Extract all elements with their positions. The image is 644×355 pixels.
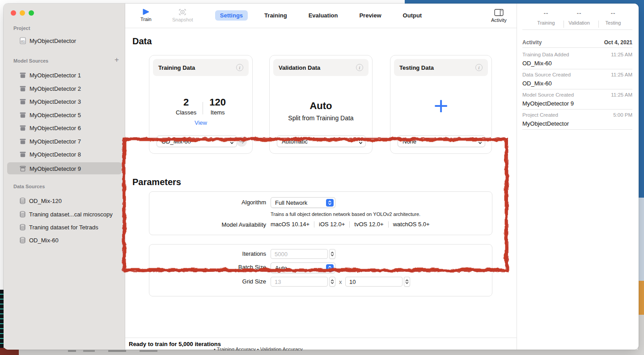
activity-toggle-button[interactable]: Activity	[491, 9, 507, 23]
view-link[interactable]: View	[149, 119, 252, 126]
sidebar-item-project[interactable]: ML MyObjectDetector	[20, 35, 76, 46]
database-icon	[20, 211, 25, 218]
activity-entry-label: Project Created	[522, 112, 558, 118]
zoom-window-button[interactable]	[29, 10, 34, 16]
grid-width-stepper[interactable]	[329, 277, 335, 287]
algorithm-select[interactable]: Full Network	[271, 197, 335, 208]
select-value: Automatic	[282, 138, 308, 145]
tab-preview[interactable]: Preview	[354, 10, 386, 21]
algorithm-label: Algorithm	[190, 199, 266, 206]
sidebar-item-label: MyObjectDetector 5	[30, 112, 81, 118]
iterations-label: Iterations	[190, 250, 266, 257]
sidebar-item-model-source[interactable]: MyObjectDetector 7	[20, 136, 81, 147]
open-data-source-button[interactable]	[237, 136, 247, 147]
model-sources-section-label: Model Sources	[13, 58, 48, 63]
sidebar-item-model-source[interactable]: MyObjectDetector 5	[20, 110, 81, 120]
activity-panel-icon	[494, 9, 504, 16]
classes-count: 2	[176, 97, 196, 108]
sidebar-item-label: MyObjectDetector 1	[30, 72, 81, 79]
sidebar: Project ML MyObjectDetector Model Source…	[4, 4, 125, 350]
view-tabs: Settings Training Evaluation Preview Out…	[125, 10, 517, 21]
divider	[522, 109, 632, 110]
ml-document-icon: ML	[20, 37, 26, 44]
sidebar-item-label: OD_Mix-60	[29, 237, 59, 244]
training-data-card: Training Data i 2 Classes 120 Items View…	[149, 55, 253, 154]
status-text: Ready to train for 5,000 iterations	[129, 341, 221, 347]
validation-data-select[interactable]: Automatic	[277, 135, 366, 147]
activity-entry-label: Training Data Added	[522, 52, 569, 57]
toolbar: Train Snapshot Settings Training Evaluat…	[125, 4, 517, 28]
tab-output[interactable]: Output	[398, 10, 427, 21]
sidebar-item-data-source[interactable]: Traning dataset for Tetrads	[20, 222, 98, 232]
sidebar-item-label: MyObjectDetector 6	[30, 125, 81, 131]
training-stats: 2 Classes 120 Items	[149, 97, 252, 116]
batch-size-label: Batch Size	[190, 264, 266, 270]
background-right-blue-strip	[638, 0, 644, 198]
close-window-button[interactable]	[11, 10, 16, 16]
activity-entry-value: OD_Mix-60	[522, 80, 552, 87]
availability-divider	[349, 221, 350, 228]
tab-evaluation[interactable]: Evaluation	[304, 10, 343, 21]
sidebar-item-data-source[interactable]: OD_Mix-60	[20, 235, 59, 245]
testing-data-select[interactable]: None	[398, 135, 485, 147]
validation-auto-block: Auto Split from Training Data	[270, 100, 372, 122]
grid-size-label: Grid Size	[190, 278, 266, 285]
tab-settings[interactable]: Settings	[215, 10, 248, 21]
grid-width-field[interactable]: 13	[271, 277, 328, 287]
select-value: Full Network	[275, 199, 307, 206]
grid-height-stepper[interactable]	[404, 277, 410, 287]
sidebar-item-data-source[interactable]: OD_Mix-120	[20, 195, 62, 206]
activity-entry-label: Model Source Created	[522, 92, 574, 97]
model-source-icon	[20, 112, 26, 118]
activity-header: Activity	[522, 39, 542, 46]
metric-label: Testing	[594, 20, 632, 25]
info-icon[interactable]: i	[475, 64, 483, 71]
model-source-icon	[20, 98, 26, 105]
parameters-section-title: Parameters	[132, 177, 181, 187]
availability-macos: macOS 10.14+	[271, 221, 309, 228]
minimize-window-button[interactable]	[20, 10, 25, 16]
add-model-source-button[interactable]: +	[114, 55, 119, 64]
tab-training[interactable]: Training	[259, 10, 292, 21]
sidebar-item-model-source[interactable]: MyObjectDetector 1	[20, 70, 81, 80]
grid-height-field[interactable]: 10	[345, 277, 402, 287]
sidebar-item-model-source[interactable]: MyObjectDetector 8	[20, 149, 81, 160]
database-icon	[20, 237, 25, 244]
sidebar-item-model-source[interactable]: MyObjectDetector 6	[20, 123, 81, 133]
sidebar-item-data-source[interactable]: Traning dataset...cal microscopy	[20, 209, 113, 220]
database-icon	[20, 224, 25, 231]
training-data-select[interactable]: OD_Mix-60	[157, 135, 237, 147]
sidebar-item-label: Traning dataset...cal microscopy	[29, 211, 113, 218]
info-icon[interactable]: i	[356, 64, 363, 71]
svg-text:ML: ML	[21, 41, 25, 43]
info-icon[interactable]: i	[236, 64, 243, 71]
activity-panel: -- Training -- Validation -- Testing Act…	[517, 4, 639, 350]
activity-entry-value: MyObjectDetector 9	[522, 100, 574, 107]
add-testing-data-button[interactable]: +	[390, 93, 491, 118]
model-source-icon	[20, 151, 26, 157]
sidebar-item-model-source[interactable]: MyObjectDetector 2	[20, 83, 81, 94]
training-data-card-header: Training Data i	[153, 59, 249, 76]
model-source-icon	[20, 138, 26, 144]
model-availability-label: Model Availability	[190, 221, 266, 228]
sidebar-item-label: MyObjectDetector 8	[30, 151, 81, 158]
activity-entry-time: 5:00 PM	[613, 112, 632, 118]
project-section-label: Project	[13, 25, 30, 31]
sidebar-item-label: MyObjectDetector	[30, 38, 76, 44]
sidebar-item-model-source[interactable]: MyObjectDetector 3	[20, 96, 81, 107]
availability-tvos: tvOS 12.0+	[354, 221, 383, 228]
classes-stat: 2 Classes	[176, 97, 196, 116]
data-sources-section-label: Data Sources	[13, 184, 45, 189]
stat-divider	[203, 102, 203, 114]
classes-label: Classes	[176, 109, 196, 116]
select-value: OD_Mix-60	[161, 138, 191, 145]
sidebar-item-model-source-selected[interactable]: MyObjectDetector 9	[20, 163, 81, 174]
card-title: Testing Data	[399, 64, 434, 71]
batch-size-select[interactable]: Auto	[271, 262, 335, 273]
iterations-field[interactable]: 5000	[271, 249, 328, 259]
activity-entry-label: Data Source Created	[522, 72, 571, 77]
select-chevrons-icon	[359, 138, 363, 145]
iterations-stepper[interactable]	[329, 249, 335, 259]
grid-times-label: x	[339, 279, 342, 285]
background-chart-legend-cutoff: • Training Accuracy • Validation Accurac…	[214, 347, 402, 351]
